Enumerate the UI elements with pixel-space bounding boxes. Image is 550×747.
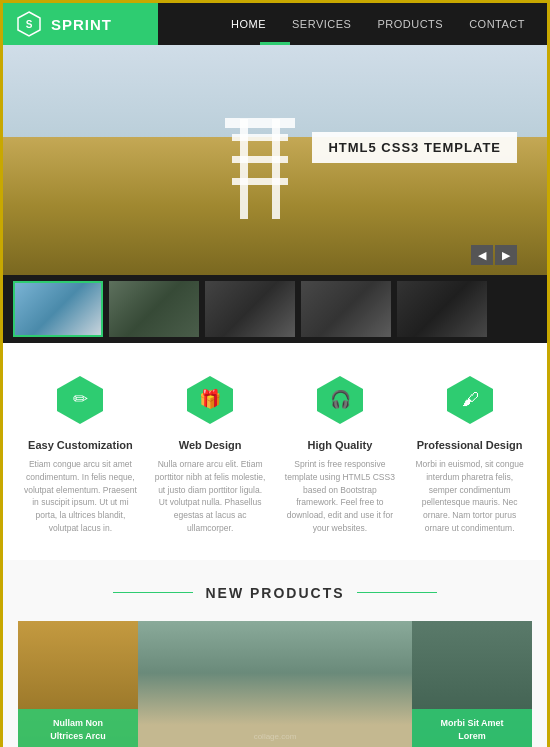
svg-text:✏: ✏ xyxy=(73,389,88,409)
product-card-2[interactable]: collage.com xyxy=(138,621,412,748)
thumb-2[interactable] xyxy=(109,281,199,337)
svg-rect-5 xyxy=(232,156,288,163)
nav-contact[interactable]: CONTACT xyxy=(457,3,537,45)
feature-easy-customization: ✏ Easy Customization Etiam congue arcu s… xyxy=(23,373,138,535)
feature-text-4: Morbi in euismod, sit congue interdum ph… xyxy=(412,458,527,535)
thumb-1[interactable] xyxy=(13,281,103,337)
feature-high-quality: 🎧 High Quality Sprint is free responsive… xyxy=(283,373,398,535)
product-card-1[interactable]: Nullam Non Ultrices Arcu xyxy=(18,621,138,748)
nav-active-indicator xyxy=(260,42,290,45)
feature-title-4: Professional Design xyxy=(412,439,527,451)
feature-text-1: Etiam congue arcu sit amet condimentum. … xyxy=(23,458,138,535)
svg-rect-7 xyxy=(225,118,295,128)
svg-text:🎁: 🎁 xyxy=(199,388,222,410)
thumb-5[interactable] xyxy=(397,281,487,337)
nav-products[interactable]: PRODUCTS xyxy=(365,3,455,45)
svg-rect-6 xyxy=(232,178,288,185)
hero-next-arrow[interactable]: ▶ xyxy=(495,245,517,265)
hero-arrows: ◀ ▶ xyxy=(471,245,517,265)
products-grid: Nullam Non Ultrices Arcu collage.com Mor… xyxy=(18,621,532,748)
new-products-title: NEW PRODUCTS xyxy=(18,585,532,601)
feature-title-1: Easy Customization xyxy=(23,439,138,451)
feature-title-2: Web Design xyxy=(153,439,268,451)
feature-icon-headset: 🎧 xyxy=(313,373,367,427)
nav-services[interactable]: SERVICES xyxy=(280,3,363,45)
feature-web-design: 🎁 Web Design Nulla ornare arcu elit. Eti… xyxy=(153,373,268,535)
brand[interactable]: S SPRINT xyxy=(3,3,158,45)
svg-text:S: S xyxy=(26,19,33,30)
feature-professional-design: 🖌 Professional Design Morbi in euismod, … xyxy=(412,373,527,535)
navbar: S SPRINT HOME SERVICES PRODUCTS CONTACT xyxy=(3,3,547,45)
brand-hex-icon: S xyxy=(15,10,43,38)
new-products-section: NEW PRODUCTS Nullam Non Ultrices Arcu co… xyxy=(3,560,547,748)
feature-icon-paint: 🖌 xyxy=(443,373,497,427)
thumb-indicator xyxy=(3,340,547,343)
feature-icon-pencil: ✏ xyxy=(53,373,107,427)
product-label-1: Nullam Non Ultrices Arcu xyxy=(18,709,138,747)
nav-home[interactable]: HOME xyxy=(219,3,278,45)
features-grid: ✏ Easy Customization Etiam congue arcu s… xyxy=(23,373,527,535)
features-section: ✏ Easy Customization Etiam congue arcu s… xyxy=(3,343,547,560)
hero-section: HTML5 CSS3 TEMPLATE ◀ ▶ xyxy=(3,45,547,275)
product-label-3: Morbi Sit Amet Lorem xyxy=(412,709,532,747)
svg-rect-4 xyxy=(232,134,288,141)
nav-menu: HOME SERVICES PRODUCTS CONTACT xyxy=(219,3,547,45)
svg-text:🎧: 🎧 xyxy=(329,389,351,410)
feature-text-2: Nulla ornare arcu elit. Etiam porttitor … xyxy=(153,458,268,535)
hero-label: HTML5 CSS3 TEMPLATE xyxy=(312,132,517,163)
hero-prev-arrow[interactable]: ◀ xyxy=(471,245,493,265)
brand-name: SPRINT xyxy=(51,16,112,33)
svg-text:🖌: 🖌 xyxy=(461,390,478,409)
feature-text-3: Sprint is free responsive template using… xyxy=(283,458,398,535)
product-label-3-text: Morbi Sit Amet Lorem xyxy=(420,717,524,742)
watermark: collage.com xyxy=(254,732,297,741)
section-title-text: NEW PRODUCTS xyxy=(205,585,344,601)
hero-chair-svg xyxy=(210,114,310,224)
thumb-3[interactable] xyxy=(205,281,295,337)
feature-title-3: High Quality xyxy=(283,439,398,451)
product-label-1-text: Nullam Non Ultrices Arcu xyxy=(26,717,130,742)
product-card-3[interactable]: Morbi Sit Amet Lorem xyxy=(412,621,532,748)
feature-icon-gift: 🎁 xyxy=(183,373,237,427)
thumb-4[interactable] xyxy=(301,281,391,337)
thumbnail-strip xyxy=(3,275,547,343)
